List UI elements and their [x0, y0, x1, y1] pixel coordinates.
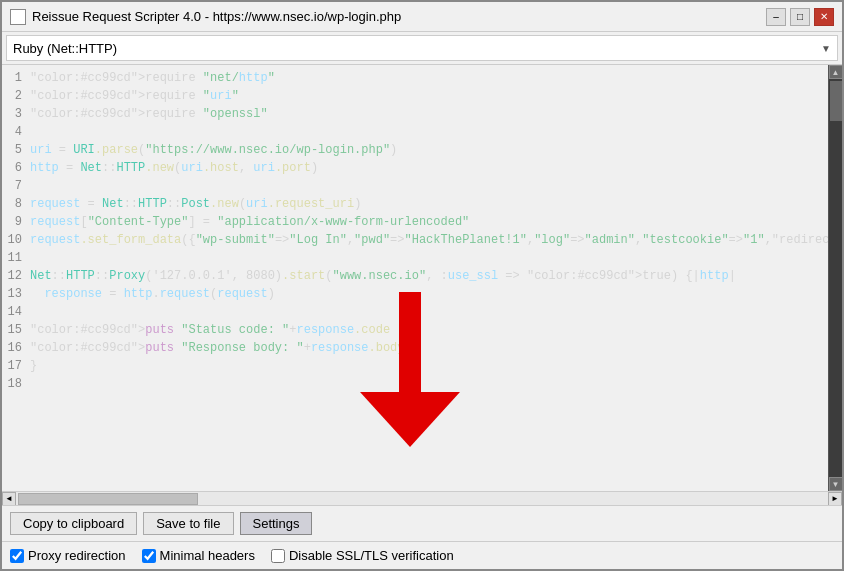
line-code: "color:#cc99cd">puts "Status code: "+res…: [30, 321, 828, 339]
table-row: 5uri = URI.parse("https://www.nsec.io/wp…: [2, 141, 828, 159]
window-icon: [10, 9, 26, 25]
line-number: 9: [2, 213, 30, 231]
bottom-toolbar: Copy to clipboard Save to file Settings: [2, 505, 842, 541]
line-code: "color:#cc99cd">require "net/http": [30, 69, 828, 87]
table-row: 15"color:#cc99cd">puts "Status code: "+r…: [2, 321, 828, 339]
minimize-button[interactable]: –: [766, 8, 786, 26]
table-row: 12Net::HTTP::Proxy('127.0.0.1', 8080).st…: [2, 267, 828, 285]
code-editor[interactable]: 1"color:#cc99cd">require "net/http"2"col…: [2, 65, 828, 491]
table-row: 10request.set_form_data({"wp-submit"=>"L…: [2, 231, 828, 249]
line-number: 16: [2, 339, 30, 357]
table-row: 18: [2, 375, 828, 393]
settings-button[interactable]: Settings: [240, 512, 313, 535]
scroll-down-arrow[interactable]: ▼: [829, 477, 843, 491]
line-code: request["Content-Type"] = "application/x…: [30, 213, 828, 231]
line-number: 1: [2, 69, 30, 87]
line-code: "color:#cc99cd">puts "Response body: "+r…: [30, 339, 828, 357]
line-code: [30, 249, 828, 267]
disable-ssl-label: Disable SSL/TLS verification: [289, 548, 454, 563]
line-number: 17: [2, 357, 30, 375]
minimal-headers-checkbox[interactable]: [142, 549, 156, 563]
line-code: [30, 375, 828, 393]
table-row: 1"color:#cc99cd">require "net/http": [2, 69, 828, 87]
line-number: 15: [2, 321, 30, 339]
table-row: 4: [2, 123, 828, 141]
minimal-headers-label: Minimal headers: [160, 548, 255, 563]
line-number: 5: [2, 141, 30, 159]
line-code: http = Net::HTTP.new(uri.host, uri.port): [30, 159, 828, 177]
line-number: 3: [2, 105, 30, 123]
line-code: [30, 177, 828, 195]
window-title: Reissue Request Scripter 4.0 - https://w…: [32, 9, 401, 24]
disable-ssl-checkbox[interactable]: [271, 549, 285, 563]
restore-button[interactable]: □: [790, 8, 810, 26]
disable-ssl-option[interactable]: Disable SSL/TLS verification: [271, 548, 454, 563]
save-to-file-button[interactable]: Save to file: [143, 512, 233, 535]
language-selector-label: Ruby (Net::HTTP): [13, 41, 117, 56]
table-row: 17}: [2, 357, 828, 375]
scroll-thumb-horizontal[interactable]: [18, 493, 198, 505]
line-code: uri = URI.parse("https://www.nsec.io/wp-…: [30, 141, 828, 159]
vertical-scrollbar[interactable]: ▲ ▼: [828, 65, 842, 491]
line-code: [30, 303, 828, 321]
table-row: 16"color:#cc99cd">puts "Response body: "…: [2, 339, 828, 357]
proxy-redirection-label: Proxy redirection: [28, 548, 126, 563]
line-number: 14: [2, 303, 30, 321]
code-and-vscroll: 1"color:#cc99cd">require "net/http"2"col…: [2, 65, 842, 491]
line-number: 4: [2, 123, 30, 141]
table-row: 13 response = http.request(request): [2, 285, 828, 303]
code-area-wrapper: 1"color:#cc99cd">require "net/http"2"col…: [2, 65, 842, 505]
line-number: 11: [2, 249, 30, 267]
table-row: 2"color:#cc99cd">require "uri": [2, 87, 828, 105]
bottom-options: Proxy redirection Minimal headers Disabl…: [2, 541, 842, 569]
table-row: 3"color:#cc99cd">require "openssl": [2, 105, 828, 123]
horizontal-scrollbar[interactable]: ◄ ►: [2, 491, 842, 505]
line-code: [30, 123, 828, 141]
copy-to-clipboard-button[interactable]: Copy to clipboard: [10, 512, 137, 535]
table-row: 9request["Content-Type"] = "application/…: [2, 213, 828, 231]
line-number: 8: [2, 195, 30, 213]
line-code: }: [30, 357, 828, 375]
line-code: Net::HTTP::Proxy('127.0.0.1', 8080).star…: [30, 267, 828, 285]
line-number: 18: [2, 375, 30, 393]
minimal-headers-option[interactable]: Minimal headers: [142, 548, 255, 563]
proxy-redirection-option[interactable]: Proxy redirection: [10, 548, 126, 563]
line-number: 13: [2, 285, 30, 303]
h-scroll-track: [16, 492, 828, 506]
scroll-up-arrow[interactable]: ▲: [829, 65, 843, 79]
line-code: "color:#cc99cd">require "uri": [30, 87, 828, 105]
proxy-redirection-checkbox[interactable]: [10, 549, 24, 563]
line-number: 7: [2, 177, 30, 195]
scroll-right-arrow[interactable]: ►: [828, 492, 842, 506]
table-row: 14: [2, 303, 828, 321]
language-selector[interactable]: Ruby (Net::HTTP) ▼: [6, 35, 838, 61]
line-code: request.set_form_data({"wp-submit"=>"Log…: [30, 231, 828, 249]
line-number: 12: [2, 267, 30, 285]
table-row: 7: [2, 177, 828, 195]
line-code: "color:#cc99cd">require "openssl": [30, 105, 828, 123]
main-window: Reissue Request Scripter 4.0 - https://w…: [0, 0, 844, 571]
title-bar: Reissue Request Scripter 4.0 - https://w…: [2, 2, 842, 32]
line-code: request = Net::HTTP::Post.new(uri.reques…: [30, 195, 828, 213]
close-button[interactable]: ✕: [814, 8, 834, 26]
table-row: 8request = Net::HTTP::Post.new(uri.reque…: [2, 195, 828, 213]
line-number: 2: [2, 87, 30, 105]
scroll-left-arrow[interactable]: ◄: [2, 492, 16, 506]
line-number: 10: [2, 231, 30, 249]
title-bar-controls: – □ ✕: [766, 8, 834, 26]
scroll-thumb-vertical[interactable]: [830, 81, 842, 121]
title-bar-left: Reissue Request Scripter 4.0 - https://w…: [10, 9, 401, 25]
table-row: 11: [2, 249, 828, 267]
line-code: response = http.request(request): [30, 285, 828, 303]
chevron-down-icon: ▼: [821, 43, 831, 54]
table-row: 6http = Net::HTTP.new(uri.host, uri.port…: [2, 159, 828, 177]
line-number: 6: [2, 159, 30, 177]
